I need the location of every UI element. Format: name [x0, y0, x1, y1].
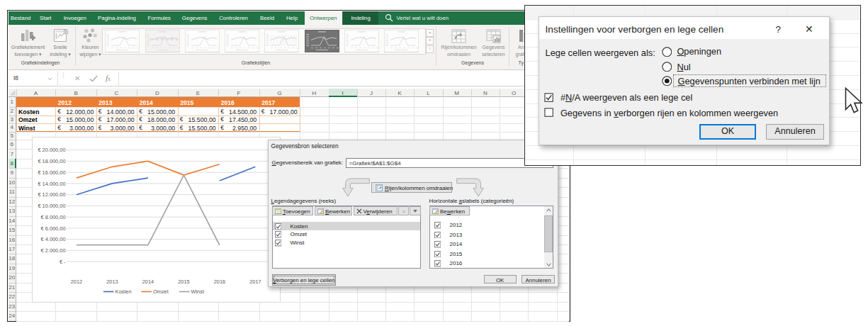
svg-text:€ 2.000,00: € 2.000,00 [41, 247, 66, 254]
svg-text:2017: 2017 [249, 279, 261, 285]
svg-text:2016: 2016 [214, 279, 225, 285]
svg-text:€ -: € - [60, 259, 66, 265]
svg-text:€ 20.000,00: € 20.000,00 [38, 147, 65, 153]
svg-text:2015: 2015 [178, 279, 189, 285]
svg-text:Omzet: Omzet [153, 288, 169, 295]
svg-text:Kosten: Kosten [115, 288, 132, 295]
svg-text:2014: 2014 [142, 279, 154, 285]
svg-text:Winst: Winst [191, 288, 204, 295]
svg-text:€ 14.000,00: € 14.000,00 [38, 181, 65, 187]
svg-text:2012: 2012 [71, 279, 82, 285]
svg-text:€ 12.000,00: € 12.000,00 [38, 191, 65, 198]
svg-text:€ 6.000,00: € 6.000,00 [41, 225, 66, 232]
svg-text:€ 8.000,00: € 8.000,00 [41, 214, 66, 220]
svg-text:€ 10.000,00: € 10.000,00 [38, 203, 65, 209]
svg-text:€ 18.000,00: € 18.000,00 [38, 158, 65, 164]
svg-text:€ 4.000,00: € 4.000,00 [41, 236, 66, 242]
svg-text:2013: 2013 [106, 279, 118, 285]
svg-text:€ 16.000,00: € 16.000,00 [38, 169, 65, 176]
